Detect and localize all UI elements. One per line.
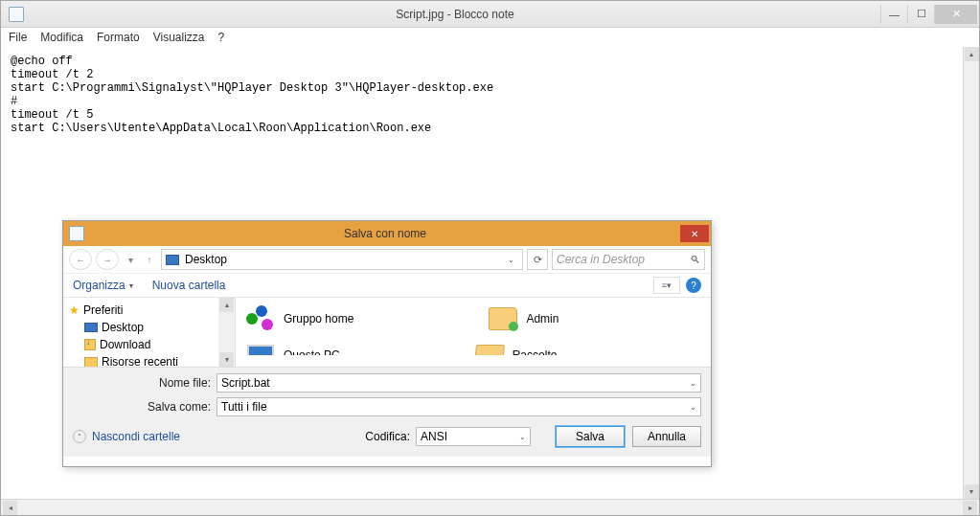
tree-desktop[interactable]: Desktop (63, 319, 218, 336)
chevron-down-icon[interactable]: ▾ (129, 281, 133, 290)
recent-icon (84, 357, 98, 368)
scroll-left-icon[interactable]: ◂ (3, 501, 17, 515)
dialog-close-button[interactable]: ✕ (680, 225, 709, 242)
cancel-button[interactable]: Annulla (632, 426, 701, 447)
menu-view[interactable]: Visualizza (153, 31, 205, 44)
search-placeholder: Cerca in Desktop (557, 253, 645, 266)
window-title: Script.jpg - Blocco note (30, 8, 880, 21)
scroll-up-icon[interactable]: ▴ (219, 298, 234, 312)
item-collection[interactable]: Raccolte (474, 340, 558, 355)
dialog-title: Salva con nome (90, 227, 680, 240)
help-button[interactable]: ? (686, 278, 701, 293)
save-as-dialog: Salva con nome ✕ ← → ▾ ↑ Desktop ⌄ ⟳ Cer… (62, 220, 712, 467)
chevron-down-icon[interactable]: ⌄ (690, 403, 696, 412)
savetype-label: Salva come: (73, 400, 217, 414)
chevron-down-icon[interactable]: ⌄ (519, 433, 526, 441)
tree-download[interactable]: Download (63, 336, 218, 353)
close-icon: ✕ (691, 229, 698, 239)
chevron-up-icon: ˄ (73, 430, 86, 443)
item-admin[interactable]: Admin (488, 303, 558, 334)
file-list[interactable]: Gruppo home Admin Questo PC Raccolte (236, 298, 711, 367)
view-options-button[interactable]: ≡▾ (653, 277, 680, 294)
chevron-down-icon[interactable]: ⌄ (690, 379, 696, 388)
menu-bar: File Modifica Formato Visualizza ? (1, 28, 979, 47)
item-homegroup[interactable]: Gruppo home (245, 303, 353, 334)
forward-button[interactable]: → (96, 249, 119, 270)
menu-help[interactable]: ? (218, 31, 225, 44)
encoding-select[interactable]: ANSI⌄ (416, 427, 531, 446)
menu-edit[interactable]: Modifica (40, 31, 83, 44)
up-button[interactable]: ↑ (142, 255, 157, 265)
address-text: Desktop (185, 253, 227, 266)
refresh-button[interactable]: ⟳ (527, 249, 548, 270)
scroll-right-icon[interactable]: ▸ (963, 501, 977, 515)
menu-file[interactable]: File (9, 31, 27, 44)
scroll-down-icon[interactable]: ▾ (965, 484, 979, 499)
menu-format[interactable]: Formato (97, 31, 140, 44)
close-button[interactable]: ✕ (934, 5, 977, 24)
vertical-scrollbar[interactable]: ▴ ▾ (963, 47, 979, 499)
chevron-down-icon[interactable]: ⌄ (504, 256, 518, 264)
minimize-button[interactable]: — (880, 5, 907, 24)
maximize-button[interactable]: ☐ (907, 5, 934, 24)
desktop-icon (166, 255, 179, 265)
recent-locations-button[interactable]: ▾ (123, 255, 138, 265)
encoding-label: Codifica: (365, 430, 416, 443)
filename-input[interactable]: Script.bat⌄ (217, 373, 701, 393)
titlebar: Script.jpg - Blocco note — ☐ ✕ (1, 1, 979, 28)
homegroup-icon (246, 305, 275, 332)
navigation-tree[interactable]: ▴ ▾ ★Preferiti Desktop Download Risorse … (63, 298, 236, 367)
new-folder-button[interactable]: Nuova cartella (152, 279, 226, 292)
star-icon: ★ (69, 303, 80, 317)
back-button[interactable]: ← (69, 249, 92, 270)
filename-label: Nome file: (73, 376, 217, 390)
horizontal-scrollbar[interactable]: ◂ ▸ (1, 499, 979, 515)
pc-icon (247, 345, 274, 355)
dialog-icon (69, 226, 84, 241)
notepad-icon (9, 7, 24, 22)
scroll-down-icon[interactable]: ▾ (219, 352, 234, 367)
desktop-icon (84, 323, 98, 332)
savetype-select[interactable]: Tutti i file⌄ (217, 397, 701, 416)
address-bar[interactable]: Desktop ⌄ (161, 249, 523, 270)
tree-favorites[interactable]: ★Preferiti (63, 302, 218, 319)
folder-icon (474, 345, 505, 355)
scroll-up-icon[interactable]: ▴ (965, 47, 979, 61)
search-input[interactable]: Cerca in Desktop 🔍︎ (552, 249, 705, 270)
tree-recent[interactable]: Risorse recenti (63, 353, 218, 367)
hide-folders-button[interactable]: ˄Nascondi cartelle (73, 430, 180, 443)
user-folder-icon (489, 307, 517, 330)
organize-button[interactable]: Organizza (73, 279, 125, 292)
save-button[interactable]: Salva (556, 426, 625, 447)
dialog-titlebar: Salva con nome ✕ (63, 221, 711, 246)
download-icon (84, 339, 96, 350)
item-thispc[interactable]: Questo PC (245, 340, 340, 355)
search-icon: 🔍︎ (690, 254, 700, 265)
